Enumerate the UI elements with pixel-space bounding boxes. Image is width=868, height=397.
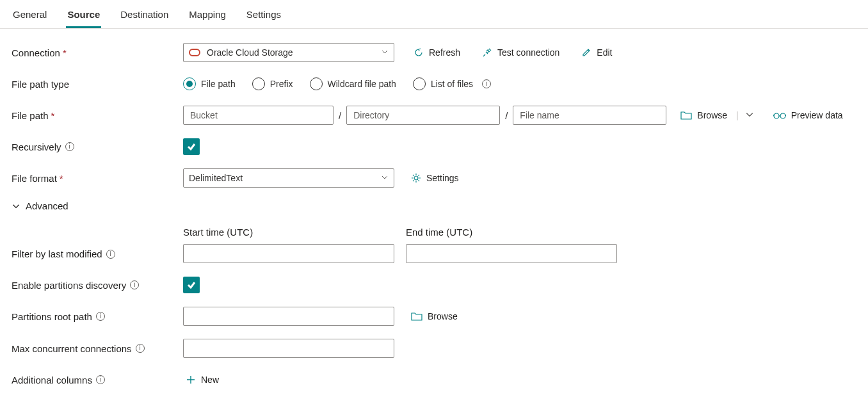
radio-icon	[310, 77, 323, 90]
enable-partitions-label: Enable partitions discovery i	[12, 280, 183, 291]
info-icon[interactable]: i	[65, 142, 74, 151]
plus-icon	[186, 375, 196, 385]
chevron-down-icon[interactable]	[745, 110, 754, 121]
file-path-label: File path*	[12, 110, 183, 121]
plug-icon	[482, 47, 492, 58]
max-concurrent-input[interactable]	[183, 339, 394, 358]
tab-settings[interactable]: Settings	[245, 5, 282, 28]
chevron-down-icon	[381, 173, 389, 183]
info-icon[interactable]: i	[106, 250, 115, 259]
file-format-dropdown[interactable]: DelimitedText	[183, 168, 394, 188]
radio-icon	[413, 77, 426, 90]
connection-label: Connection*	[12, 47, 183, 58]
info-icon[interactable]: i	[96, 312, 105, 321]
tab-source[interactable]: Source	[66, 5, 101, 28]
partitions-browse-button[interactable]: Browse	[408, 311, 460, 321]
partitions-root-path-label: Partitions root path i	[12, 311, 183, 322]
radio-selected-icon	[183, 77, 196, 90]
bucket-input[interactable]	[183, 106, 334, 125]
info-icon[interactable]: i	[136, 344, 145, 353]
filename-input[interactable]	[513, 106, 666, 125]
chevron-down-icon	[12, 202, 20, 211]
radio-file-path[interactable]: File path	[183, 77, 236, 90]
enable-partitions-checkbox[interactable]	[183, 277, 200, 293]
refresh-icon	[414, 47, 424, 58]
preview-data-button[interactable]: Preview data	[771, 110, 846, 120]
check-icon	[187, 280, 196, 289]
svg-point-1	[780, 113, 785, 118]
start-time-label: Start time (UTC)	[183, 227, 394, 238]
max-concurrent-label: Max concurrent connections i	[12, 343, 183, 354]
path-separator: /	[505, 110, 508, 121]
info-icon[interactable]: i	[130, 280, 139, 289]
filter-by-last-modified-label: Filter by last modified i	[12, 248, 183, 263]
radio-list-of-files[interactable]: List of files i	[413, 77, 491, 90]
radio-prefix[interactable]: Prefix	[252, 77, 293, 90]
svg-point-0	[774, 113, 779, 118]
glasses-icon	[773, 111, 786, 119]
edit-button[interactable]: Edit	[579, 47, 615, 58]
start-time-input[interactable]	[183, 244, 394, 263]
gear-icon	[411, 173, 421, 183]
pencil-icon	[581, 47, 591, 58]
chevron-down-icon	[381, 47, 389, 58]
browse-button[interactable]: Browse	[678, 110, 730, 120]
recursively-label: Recursively i	[12, 142, 183, 152]
tab-bar: General Source Destination Mapping Setti…	[0, 0, 868, 29]
svg-point-2	[414, 176, 418, 180]
end-time-input[interactable]	[406, 244, 617, 263]
check-icon	[187, 142, 196, 151]
new-column-button[interactable]: New	[183, 375, 221, 385]
directory-input[interactable]	[346, 106, 500, 125]
oracle-icon	[189, 49, 200, 56]
recursively-checkbox[interactable]	[183, 138, 200, 155]
path-separator: /	[339, 110, 341, 121]
end-time-label: End time (UTC)	[406, 227, 617, 238]
tab-general[interactable]: General	[12, 5, 48, 28]
partitions-root-path-input[interactable]	[183, 307, 394, 326]
separator: |	[735, 110, 740, 120]
folder-icon	[680, 111, 692, 120]
tab-destination[interactable]: Destination	[119, 5, 170, 28]
file-path-type-label: File path type	[12, 79, 183, 90]
connection-value: Oracle Cloud Storage	[207, 47, 293, 58]
tab-mapping[interactable]: Mapping	[188, 5, 227, 28]
additional-columns-label: Additional columns i	[12, 375, 183, 385]
radio-icon	[252, 77, 265, 90]
folder-icon	[411, 312, 422, 321]
info-icon[interactable]: i	[96, 375, 105, 384]
refresh-button[interactable]: Refresh	[411, 47, 463, 58]
test-connection-button[interactable]: Test connection	[479, 47, 562, 58]
file-format-label: File format*	[12, 173, 183, 184]
radio-wildcard[interactable]: Wildcard file path	[310, 77, 396, 90]
advanced-toggle[interactable]: Advanced	[12, 200, 68, 211]
file-format-value: DelimitedText	[189, 173, 243, 183]
info-icon[interactable]: i	[482, 79, 491, 88]
file-format-settings-button[interactable]: Settings	[408, 173, 462, 183]
connection-dropdown[interactable]: Oracle Cloud Storage	[183, 43, 394, 62]
